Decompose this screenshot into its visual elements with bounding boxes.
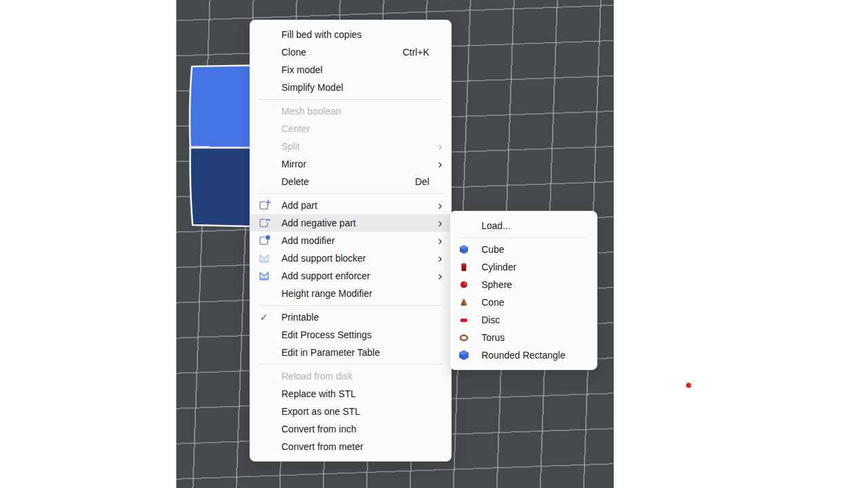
menu-item-label: Edit Process Settings — [281, 329, 372, 340]
menu-item-label: Load... — [481, 220, 511, 231]
menu-item-label: Fix model — [281, 64, 323, 75]
menu-item-edit-in-parameter-table[interactable]: Edit in Parameter Table — [250, 344, 451, 361]
torus-icon — [457, 331, 471, 344]
submenu-item-sphere[interactable]: Sphere — [450, 276, 597, 293]
disc-icon — [457, 313, 471, 327]
menu-item-label: Cylinder — [481, 262, 516, 272]
submenu-item-torus[interactable]: Torus — [450, 329, 597, 346]
menu-item-add-part[interactable]: Add part › — [250, 197, 451, 214]
menu-item-height-range-modifier[interactable]: Height range Modifier — [250, 285, 451, 302]
menu-item-label: Convert from meter — [281, 441, 363, 452]
chevron-right-icon: › — [438, 199, 442, 211]
cube-icon — [457, 243, 471, 256]
chevron-right-icon: › — [438, 234, 442, 247]
menu-item-convert-from-inch[interactable]: Convert from inch — [250, 420, 451, 438]
menu-item-label: Mirror — [281, 159, 307, 169]
cylinder-icon — [457, 260, 471, 274]
menu-item-center: Center — [250, 120, 451, 138]
support-enforcer-icon — [257, 269, 271, 283]
cube-model-top-face — [190, 66, 251, 148]
menu-item-replace-with-stl[interactable]: Replace with STL — [250, 385, 451, 403]
menu-item-label: Simplify Model — [281, 82, 343, 93]
menu-item-label: Cube — [481, 244, 504, 255]
menu-item-label: Rounded Rectangle — [481, 350, 566, 361]
menu-item-add-support-blocker[interactable]: Add support blocker › — [250, 249, 451, 267]
chevron-right-icon: › — [438, 157, 442, 170]
chevron-right-icon: › — [438, 216, 442, 229]
cube-model-bottom-face — [190, 148, 251, 226]
cone-icon — [457, 296, 471, 309]
menu-item-label: Add negative part — [281, 218, 356, 228]
chevron-right-icon: › — [438, 269, 442, 282]
submenu-item-cone[interactable]: Cone — [450, 293, 597, 311]
menu-item-label: Fill bed with copies — [281, 29, 361, 40]
add-negative-part-icon — [257, 216, 271, 230]
menu-item-label: Reload from disk — [281, 371, 353, 382]
shortcut-label: Ctrl+K — [403, 47, 441, 58]
menu-item-add-negative-part[interactable]: Add negative part › — [250, 214, 451, 232]
menu-item-label: Printable — [281, 312, 319, 323]
menu-item-add-support-enforcer[interactable]: Add support enforcer › — [250, 267, 451, 285]
add-negative-part-submenu: Load... Cube Cylinder — [450, 211, 597, 370]
menu-item-simplify-model[interactable]: Simplify Model — [250, 79, 451, 96]
menu-item-label: Edit in Parameter Table — [281, 347, 380, 358]
menu-item-export-as-one-stl[interactable]: Export as one STL — [250, 403, 451, 420]
menu-item-reload-from-disk: Reload from disk — [250, 367, 451, 385]
add-part-icon — [257, 199, 271, 212]
menu-item-label: Sphere — [481, 279, 512, 290]
menu-item-delete[interactable]: Delete Del — [250, 173, 451, 190]
menu-item-clone[interactable]: Clone Ctrl+K — [250, 43, 451, 61]
menu-item-label: Clone — [281, 47, 307, 58]
submenu-item-disc[interactable]: Disc — [450, 311, 597, 329]
menu-item-label: Height range Modifier — [281, 288, 372, 299]
submenu-item-cylinder[interactable]: Cylinder — [450, 258, 597, 276]
menu-item-add-modifier[interactable]: Add modifier › — [250, 232, 451, 249]
shortcut-label: Del — [415, 176, 441, 187]
menu-item-fill-bed-with-copies[interactable]: Fill bed with copies — [250, 26, 451, 43]
menu-item-label: Delete — [281, 176, 309, 187]
menu-item-label: Add support blocker — [281, 253, 366, 264]
cube-model-seam-highlight — [189, 146, 210, 148]
menu-item-label: Add part — [281, 200, 317, 211]
menu-item-mirror[interactable]: Mirror › — [250, 155, 451, 173]
menu-item-label: Replace with STL — [281, 388, 356, 399]
submenu-item-rounded-rectangle[interactable]: Rounded Rectangle — [450, 346, 597, 364]
menu-item-label: Mesh boolean — [281, 106, 341, 117]
chevron-right-icon: › — [438, 140, 442, 152]
menu-item-label: Torus — [481, 332, 505, 343]
rounded-rectangle-icon — [457, 348, 471, 362]
menu-separator — [258, 305, 443, 306]
chevron-right-icon: › — [438, 251, 442, 264]
menu-item-label: Convert from inch — [281, 424, 356, 434]
menu-separator — [458, 237, 589, 238]
menu-item-mesh-boolean: Mesh boolean — [250, 102, 451, 120]
menu-item-label: Add support enforcer — [281, 270, 370, 281]
menu-item-label: Add modifier — [281, 235, 335, 246]
support-blocker-icon — [257, 251, 271, 265]
slicer-window: Fill bed with copies Clone Ctrl+K Fix mo… — [0, 0, 868, 488]
menu-item-edit-process-settings[interactable]: Edit Process Settings — [250, 326, 451, 344]
check-icon: ✓ — [257, 310, 271, 324]
red-marker-dot — [686, 383, 691, 388]
menu-separator — [258, 364, 443, 365]
menu-item-label: Disc — [481, 314, 500, 325]
menu-item-printable[interactable]: ✓ Printable — [250, 308, 451, 326]
menu-item-label: Export as one STL — [281, 406, 360, 417]
cube-model[interactable] — [189, 64, 251, 228]
add-modifier-icon — [257, 234, 271, 247]
menu-item-label: Split — [281, 141, 300, 152]
menu-separator — [258, 193, 443, 194]
context-menu: Fill bed with copies Clone Ctrl+K Fix mo… — [250, 20, 452, 462]
submenu-item-cube[interactable]: Cube — [450, 241, 597, 258]
menu-separator — [258, 99, 443, 100]
submenu-item-load[interactable]: Load... — [450, 217, 597, 235]
menu-item-fix-model[interactable]: Fix model — [250, 61, 451, 79]
menu-item-label: Center — [281, 123, 310, 134]
sphere-icon — [457, 278, 471, 291]
menu-item-label: Cone — [481, 297, 504, 308]
menu-item-convert-from-meter[interactable]: Convert from meter — [250, 438, 451, 455]
menu-item-split: Split › — [250, 138, 451, 155]
